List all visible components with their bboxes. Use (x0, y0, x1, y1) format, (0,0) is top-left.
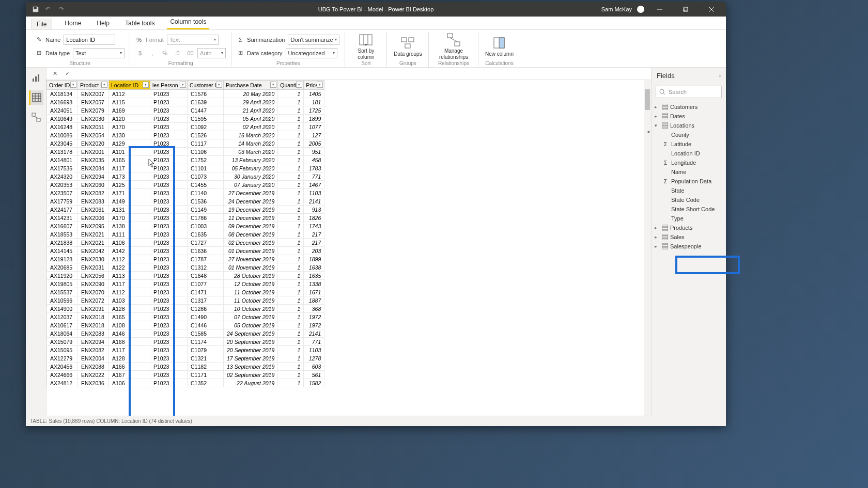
table-cell[interactable]: 11 October 2019 (224, 288, 278, 296)
table-cell[interactable]: ENX2020 (78, 139, 109, 148)
table-cell[interactable]: P1023 (150, 338, 188, 346)
table-cell[interactable]: A173 (109, 172, 150, 181)
table-cell[interactable]: C1149 (188, 206, 224, 214)
table-cell[interactable]: C1321 (188, 354, 224, 363)
table-cell[interactable]: 1826 (304, 214, 324, 222)
table-cell[interactable]: ENX2021 (78, 230, 109, 239)
table-cell[interactable]: C1447 (188, 106, 224, 115)
table-cell[interactable]: A117 (109, 280, 150, 288)
table-cell[interactable]: C1003 (188, 222, 224, 230)
field-item[interactable]: County (652, 130, 726, 139)
close-button[interactable] (701, 2, 722, 17)
data-grid[interactable]: Order ID▾Product ID▾Location ID▾les Pers… (47, 80, 324, 387)
table-cell[interactable]: AX24177 (47, 206, 78, 214)
table-row[interactable]: AX16607ENX2095A138P1023C100309 December … (47, 222, 324, 230)
table-cell[interactable]: 1 (278, 321, 304, 329)
table-cell[interactable]: 217 (304, 239, 324, 247)
expand-icon[interactable]: › (719, 73, 721, 78)
table-cell[interactable]: 368 (304, 305, 324, 313)
table-cell[interactable]: P1023 (150, 206, 188, 214)
column-header[interactable]: Product ID▾ (78, 81, 109, 90)
field-item[interactable]: ΣLongitude (652, 158, 726, 167)
table-cell[interactable]: AX12037 (47, 313, 78, 321)
table-cell[interactable]: 29 April 2020 (224, 98, 278, 106)
table-cell[interactable]: 2005 (304, 139, 324, 148)
table-cell[interactable]: P1023 (150, 329, 188, 338)
table-cell[interactable]: A117 (109, 164, 150, 172)
table-row[interactable]: AX24320ENX2094A173P1023C107330 January 2… (47, 172, 324, 181)
table-row[interactable]: AX15537ENX2070A112P1023C147111 October 2… (47, 288, 324, 296)
table-cell[interactable]: C1446 (188, 321, 224, 329)
model-view-button[interactable] (29, 110, 43, 124)
field-table-salespeople[interactable]: ▸Salespeople (652, 242, 726, 251)
table-cell[interactable]: 07 October 2019 (224, 313, 278, 321)
table-cell[interactable]: AX14900 (47, 305, 78, 313)
table-cell[interactable]: 1 (278, 230, 304, 239)
table-cell[interactable]: 1 (278, 247, 304, 255)
table-cell[interactable]: P1023 (150, 214, 188, 222)
table-cell[interactable]: A103 (109, 296, 150, 305)
field-table-products[interactable]: ▸Products (652, 223, 726, 232)
table-row[interactable]: AX14145ENX2042A142P1023C163601 December … (47, 247, 324, 255)
table-cell[interactable]: C1286 (188, 305, 224, 313)
table-cell[interactable]: P1023 (150, 272, 188, 280)
table-cell[interactable]: AX23507 (47, 189, 78, 197)
field-item[interactable]: ΣPopulation Data (652, 177, 726, 186)
table-cell[interactable]: A166 (109, 363, 150, 371)
table-cell[interactable]: ENX2094 (78, 338, 109, 346)
table-cell[interactable]: C1636 (188, 247, 224, 255)
table-cell[interactable]: C1536 (188, 197, 224, 206)
table-cell[interactable]: ENX2007 (78, 90, 109, 98)
table-row[interactable]: AX18553ENX2021A111P1023C163508 December … (47, 230, 324, 239)
table-cell[interactable]: AX14801 (47, 156, 78, 164)
table-cell[interactable]: 561 (304, 371, 324, 379)
table-cell[interactable]: AX15537 (47, 288, 78, 296)
table-cell[interactable]: AX19805 (47, 280, 78, 288)
table-row[interactable]: AX14801ENX2035A165P1023C175213 February … (47, 156, 324, 164)
table-row[interactable]: AX15095ENX2082A117P1023C107920 September… (47, 346, 324, 354)
filter-dropdown-icon[interactable]: ▾ (216, 82, 222, 88)
table-cell[interactable]: AX20456 (47, 363, 78, 371)
table-cell[interactable]: 1887 (304, 296, 324, 305)
table-cell[interactable]: 1635 (304, 272, 324, 280)
manage-relationships-button[interactable]: Manage relationships (434, 33, 473, 60)
table-cell[interactable]: A169 (109, 106, 150, 115)
table-cell[interactable]: C1639 (188, 98, 224, 106)
table-row[interactable]: AX19805ENX2090A117P1023C107712 October 2… (47, 280, 324, 288)
table-cell[interactable]: 19 December 2019 (224, 206, 278, 214)
table-cell[interactable]: 771 (304, 172, 324, 181)
table-cell[interactable]: ENX2006 (78, 214, 109, 222)
table-cell[interactable]: 27 December 2019 (224, 189, 278, 197)
table-cell[interactable]: C1648 (188, 272, 224, 280)
table-cell[interactable]: AX18553 (47, 230, 78, 239)
table-cell[interactable]: P1023 (150, 288, 188, 296)
table-cell[interactable]: 24 December 2019 (224, 197, 278, 206)
table-cell[interactable]: A120 (109, 115, 150, 123)
field-table-customers[interactable]: ▸Customers (652, 102, 726, 112)
table-cell[interactable]: AX24812 (47, 379, 78, 387)
table-cell[interactable]: 01 November 2019 (224, 263, 278, 272)
field-item[interactable]: State Short Code (652, 204, 726, 214)
table-cell[interactable]: ENX2091 (78, 305, 109, 313)
table-cell[interactable]: AX10596 (47, 296, 78, 305)
cancel-formula-button[interactable]: ✕ (51, 70, 59, 78)
table-cell[interactable]: AX10617 (47, 321, 78, 329)
data-view-button[interactable] (29, 90, 43, 105)
table-cell[interactable]: A149 (109, 197, 150, 206)
table-row[interactable]: AX16698ENX2057A115P1023C163929 April 202… (47, 98, 324, 106)
table-cell[interactable]: A130 (109, 131, 150, 139)
table-cell[interactable]: 1 (278, 354, 304, 363)
table-cell[interactable]: 05 February 2020 (224, 164, 278, 172)
table-cell[interactable]: A101 (109, 148, 150, 156)
table-cell[interactable]: P1023 (150, 346, 188, 354)
table-cell[interactable]: ENX2035 (78, 156, 109, 164)
table-cell[interactable]: 458 (304, 156, 324, 164)
table-row[interactable]: AX23507ENX2082A171P1023C114027 December … (47, 189, 324, 197)
table-cell[interactable]: 1 (278, 148, 304, 156)
table-cell[interactable]: AX16607 (47, 222, 78, 230)
table-cell[interactable]: AX10086 (47, 131, 78, 139)
table-cell[interactable]: ENX2082 (78, 189, 109, 197)
table-cell[interactable]: ENX2018 (78, 313, 109, 321)
table-cell[interactable]: 217 (304, 230, 324, 239)
table-cell[interactable]: ENX2001 (78, 148, 109, 156)
